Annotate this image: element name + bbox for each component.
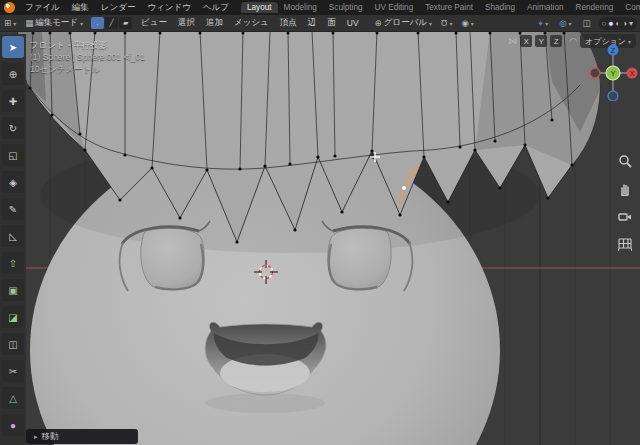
overlays-toggle[interactable]: ◎ ▾ — [555, 16, 575, 30]
gizmo-icon: ⌖ — [538, 18, 543, 29]
falloff-icon: ◠ — [569, 36, 577, 46]
zoom-button[interactable] — [617, 153, 633, 169]
camera-icon — [618, 210, 632, 224]
menu-edit[interactable]: 編集 — [66, 2, 95, 14]
navigation-gizmo[interactable]: Z X Y — [588, 43, 638, 105]
ortho-toggle-button[interactable] — [617, 237, 633, 253]
grid-icon — [618, 238, 632, 252]
orientation-icon: ⊕ — [375, 18, 382, 28]
magnet-icon: Ω — [441, 18, 447, 28]
blender-logo-icon[interactable] — [4, 2, 15, 13]
gizmo-y-label: Y — [610, 69, 615, 78]
gizmo-x-neg-axis — [590, 68, 600, 78]
snap-dropdown[interactable]: Ω ▾ — [437, 16, 456, 30]
tool-annotate[interactable]: ✎ — [2, 198, 24, 220]
viewport-nav-buttons — [617, 153, 633, 253]
chevron-down-icon: ▾ — [80, 20, 83, 27]
shading-wireframe-button[interactable]: ○ — [602, 19, 607, 28]
chevron-down-icon: ▾ — [449, 20, 452, 27]
tab-compositing[interactable]: Compositing — [619, 2, 640, 13]
overlays-icon: ◎ — [559, 18, 566, 28]
tool-smooth[interactable]: ● — [2, 414, 24, 436]
shading-rendered-button[interactable]: ◑ — [622, 19, 627, 28]
tab-layout[interactable]: Layout — [241, 2, 278, 13]
viewport-info: フロント・平行投影 (1) Sphere | Sphere.001 <f_01 … — [30, 39, 145, 75]
tool-transform[interactable]: ◈ — [2, 171, 24, 193]
chevron-down-icon: ▾ — [13, 20, 16, 27]
collapse-icon: ▸ — [34, 433, 38, 441]
menu-face[interactable]: 面 — [322, 17, 341, 29]
tool-move[interactable]: ✚ — [2, 90, 24, 112]
tab-sculpting[interactable]: Sculpting — [323, 2, 369, 13]
edge-select-button[interactable]: ╱ — [105, 17, 118, 29]
proportional-edit-icon: ◉ — [461, 18, 468, 28]
face-select-button[interactable]: ▰ — [119, 17, 132, 29]
shading-mode-group: ○ ● ◐ ◑ ▾ — [598, 17, 637, 30]
editor-type-icon: ⊞ — [4, 18, 11, 28]
shading-material-button[interactable]: ◐ — [615, 19, 620, 28]
tool-extrude-region[interactable]: ⇧ — [2, 252, 24, 274]
xray-toggle[interactable]: ◫ — [579, 16, 595, 30]
header-right-cluster: ⌖ ▾ ◎ ▾ ◫ ○ ● ◐ ◑ ▾ — [534, 16, 640, 30]
3d-viewport[interactable]: フロント・平行投影 (1) Sphere | Sphere.001 <f_01 … — [0, 31, 640, 445]
tool-inset-faces[interactable]: ▣ — [2, 279, 24, 301]
menu-edge[interactable]: 辺 — [303, 17, 322, 29]
menu-render[interactable]: レンダー — [95, 2, 142, 14]
magnifier-icon — [618, 154, 632, 168]
mirror-x-button[interactable]: X — [520, 35, 532, 47]
mirror-icon: ⋈ — [508, 36, 517, 46]
selected-vertex — [402, 186, 406, 190]
toolbar: ➤ ⊕ ✚ ↻ ◱ ◈ ✎ ◺ ⇧ ▣ ◪ ◫ ✂ △ ● — [0, 34, 26, 445]
proportional-edit-dropdown[interactable]: ◉ ▾ — [457, 16, 477, 30]
edit-mode-icon: ▦ — [25, 18, 33, 28]
tool-poly-build[interactable]: △ — [2, 387, 24, 409]
menu-help[interactable]: ヘルプ — [197, 2, 235, 14]
viewport-canvas[interactable] — [0, 31, 640, 445]
pan-button[interactable] — [617, 181, 633, 197]
show-gizmo-toggle[interactable]: ⌖ ▾ — [534, 16, 552, 30]
gizmo-z-label: Z — [611, 47, 616, 54]
orientation-dropdown[interactable]: ⊕ グローバル ▾ — [371, 16, 436, 30]
shading-solid-button[interactable]: ● — [608, 19, 613, 28]
menu-mesh[interactable]: メッシュ — [229, 17, 274, 29]
tool-knife[interactable]: ✂ — [2, 360, 24, 382]
tool-bevel[interactable]: ◪ — [2, 306, 24, 328]
object-label: (1) Sphere | Sphere.001 <f_01 — [30, 51, 145, 63]
gizmo-z-neg-axis — [608, 91, 618, 101]
menu-vertex[interactable]: 頂点 — [275, 17, 302, 29]
hand-icon — [618, 182, 632, 196]
chevron-down-icon: ▾ — [429, 20, 432, 27]
view-label: フロント・平行投影 — [30, 39, 145, 51]
operator-label: 移動 — [42, 431, 59, 443]
select-mode-group: ∙ ╱ ▰ — [91, 17, 132, 29]
mode-dropdown[interactable]: ▦ 編集モード ▾ — [21, 16, 87, 30]
camera-view-button[interactable] — [617, 209, 633, 225]
mirror-z-button[interactable]: Z — [550, 35, 562, 47]
tool-loop-cut[interactable]: ◫ — [2, 333, 24, 355]
tab-uv-editing[interactable]: UV Editing — [369, 2, 420, 13]
mirror-y-button[interactable]: Y — [535, 35, 547, 47]
menu-window[interactable]: ウィンドウ — [141, 2, 197, 14]
tool-rotate[interactable]: ↻ — [2, 117, 24, 139]
menu-add[interactable]: 追加 — [201, 17, 228, 29]
tool-select-box[interactable]: ➤ — [2, 36, 24, 58]
tool-cursor[interactable]: ⊕ — [2, 63, 24, 85]
editor-type-button[interactable]: ⊞ ▾ — [0, 16, 20, 30]
menu-view[interactable]: ビュー — [136, 17, 172, 29]
workspace-tabs: Layout Modeling Sculpting UV Editing Tex… — [241, 0, 640, 15]
chevron-down-icon: ▾ — [545, 20, 548, 27]
tool-scale[interactable]: ◱ — [2, 144, 24, 166]
tab-modeling[interactable]: Modeling — [278, 2, 323, 13]
tab-animation[interactable]: Animation — [521, 2, 569, 13]
tab-shading[interactable]: Shading — [479, 2, 521, 13]
viewport-header: ⊞ ▾ ▦ 編集モード ▾ ∙ ╱ ▰ ビュー 選択 追加 メッシュ 頂点 辺 … — [0, 15, 640, 32]
tool-measure[interactable]: ◺ — [2, 225, 24, 247]
tab-rendering[interactable]: Rendering — [570, 2, 620, 13]
menu-uv[interactable]: UV — [342, 18, 364, 28]
vertex-select-button[interactable]: ∙ — [91, 17, 104, 29]
menu-select[interactable]: 選択 — [173, 17, 200, 29]
gizmo-x-label: X — [630, 70, 635, 77]
tab-texture-paint[interactable]: Texture Paint — [419, 2, 479, 13]
operator-panel[interactable]: ▸ 移動 — [26, 429, 138, 444]
menu-file[interactable]: ファイル — [19, 2, 66, 14]
